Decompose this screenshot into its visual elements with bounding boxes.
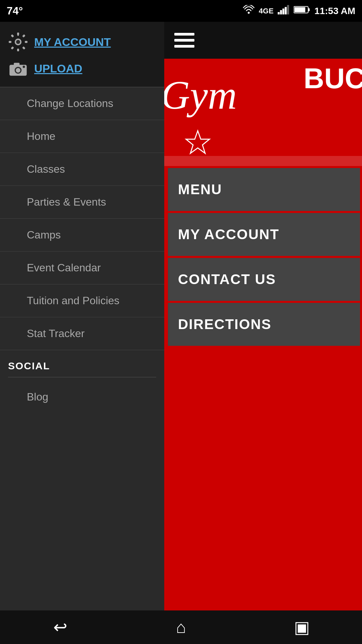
status-bar: 74° 4GE [0, 0, 362, 22]
svg-rect-15 [25, 41, 27, 43]
social-section: SOCIAL [0, 350, 164, 381]
nav-item-camps[interactable]: Camps [0, 219, 164, 252]
logo-star-icon [184, 129, 211, 156]
sidebar: MY ACCOUNT UPLOAD Change Locations Home … [0, 22, 164, 644]
my-account-label: MY ACCOUNT [34, 36, 111, 49]
logo-overlay: BUC Gym [164, 59, 362, 166]
upload-link[interactable]: UPLOAD [8, 60, 156, 77]
svg-rect-16 [11, 34, 14, 38]
gear-icon [8, 32, 28, 52]
svg-rect-1 [278, 12, 280, 14]
status-right-icons: 4GE 11:53 AM [243, 5, 355, 17]
svg-rect-13 [17, 49, 19, 51]
svg-rect-12 [17, 33, 19, 35]
signal-icon [278, 5, 290, 17]
svg-point-0 [248, 12, 250, 14]
sidebar-header: MY ACCOUNT UPLOAD [0, 22, 164, 87]
svg-point-11 [16, 40, 20, 44]
nav-item-stat-tracker[interactable]: Stat Tracker [0, 317, 164, 350]
camera-icon [8, 60, 28, 77]
carrier-icon: 4GE [259, 7, 274, 15]
svg-rect-8 [294, 7, 305, 12]
main-header [164, 22, 362, 59]
hamburger-line-1 [174, 33, 194, 36]
temperature: 74° [7, 5, 23, 17]
svg-rect-5 [287, 5, 289, 14]
svg-rect-2 [280, 10, 282, 14]
logo-gym-text: Gym [164, 72, 237, 118]
svg-rect-3 [283, 9, 285, 15]
wifi-icon [243, 5, 255, 17]
logo-buc-text: BUC [304, 62, 362, 95]
svg-point-24 [23, 66, 25, 68]
svg-point-22 [16, 68, 20, 73]
menu-buttons: MENU MY ACCOUNT CONTACT US DIRECTIONS [164, 166, 362, 348]
menu-button-directions[interactable]: DIRECTIONS [166, 303, 360, 346]
nav-item-blog[interactable]: Blog [0, 381, 164, 413]
logo-area: BUC Gym [164, 59, 362, 166]
nav-item-tuition-policies[interactable]: Tuition and Policies [0, 284, 164, 317]
upload-label: UPLOAD [34, 62, 82, 75]
hamburger-button[interactable] [174, 33, 194, 48]
svg-marker-25 [186, 131, 209, 153]
home-button[interactable]: ⌂ [168, 614, 194, 641]
nav-item-event-calendar[interactable]: Event Calendar [0, 252, 164, 284]
hamburger-line-2 [174, 39, 194, 42]
social-divider [8, 377, 156, 377]
svg-rect-18 [11, 46, 14, 50]
battery-icon [294, 5, 310, 17]
nav-item-change-locations[interactable]: Change Locations [0, 87, 164, 120]
svg-rect-14 [9, 41, 11, 43]
hamburger-line-3 [174, 45, 194, 48]
menu-button-contact-us[interactable]: CONTACT US [166, 258, 360, 301]
recent-button[interactable]: ▣ [288, 614, 315, 641]
nav-item-home[interactable]: Home [0, 120, 164, 153]
nav-item-parties-events[interactable]: Parties & Events [0, 186, 164, 219]
social-label: SOCIAL [8, 360, 50, 371]
nav-item-classes[interactable]: Classes [0, 153, 164, 186]
my-account-link[interactable]: MY ACCOUNT [8, 32, 156, 52]
sidebar-nav: Change Locations Home Classes Parties & … [0, 87, 164, 644]
status-time: 11:53 AM [314, 6, 355, 16]
menu-button-my-account[interactable]: MY ACCOUNT [166, 213, 360, 256]
svg-rect-4 [285, 7, 287, 14]
svg-rect-17 [22, 34, 25, 38]
svg-rect-23 [14, 63, 19, 66]
menu-button-menu[interactable]: MENU [166, 168, 360, 211]
svg-rect-7 [308, 8, 310, 11]
main-content: BUC Gym MENU MY ACCOUNT CONTACT US DIREC… [164, 22, 362, 644]
back-button[interactable]: ↩ [47, 614, 74, 641]
bottom-nav: ↩ ⌂ ▣ [0, 610, 362, 644]
svg-rect-19 [22, 46, 25, 50]
